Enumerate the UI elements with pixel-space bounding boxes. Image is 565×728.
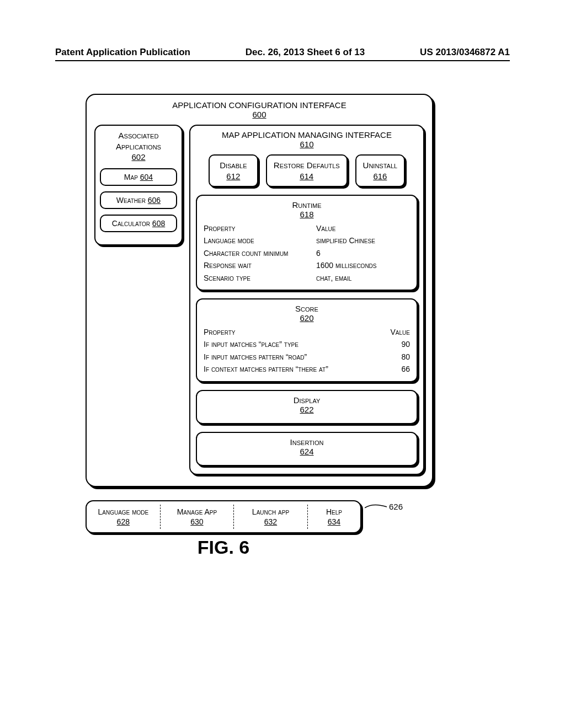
input-item-launch-app[interactable]: Launch app 632 xyxy=(234,501,307,532)
button-label: Restore Defautls xyxy=(274,160,340,170)
sidebar-item-label: Calculator xyxy=(112,219,150,228)
score-ref: 620 xyxy=(300,313,313,323)
sidebar-item-ref: 604 xyxy=(140,173,153,181)
input-item-label: Language mode xyxy=(98,507,148,516)
display-title: Display 622 xyxy=(204,395,410,414)
button-ref: 614 xyxy=(300,172,313,181)
score-val: 66 xyxy=(382,363,410,375)
app-config-interface: APPLICATION CONFIGURATION INTERFACE 600 … xyxy=(86,94,433,487)
runtime-header-prop: Property xyxy=(204,222,316,234)
runtime-prop: Character count minimum xyxy=(204,247,316,259)
header-left: Patent Application Publication xyxy=(55,47,190,58)
header-right: US 2013/0346872 A1 xyxy=(420,47,510,58)
score-header-prop: Property xyxy=(204,326,382,338)
disable-button[interactable]: Disable 612 xyxy=(209,154,258,187)
score-val: 90 xyxy=(382,338,410,350)
insertion-ref: 624 xyxy=(300,447,313,456)
associated-apps-panel: Associated Applications 602 Map 604 Weat… xyxy=(94,125,183,245)
managing-title: MAP APPLICATION MANAGING INTERFACE 610 xyxy=(196,130,418,149)
input-item-ref: 628 xyxy=(117,517,130,526)
uninstall-button[interactable]: Uninstall 616 xyxy=(355,154,406,187)
sidebar-item-map[interactable]: Map 604 xyxy=(100,168,177,186)
insertion-title: Insertion 624 xyxy=(204,437,410,456)
callout-leader: 626 xyxy=(365,502,403,513)
button-ref: 612 xyxy=(226,172,240,181)
figure-label: FIG. 6 xyxy=(86,537,361,558)
input-item-ref: 630 xyxy=(190,517,203,526)
input-item-ref: 632 xyxy=(264,517,277,526)
input-item-label: Launch app xyxy=(252,507,289,516)
input-item-language-mode[interactable]: Language mode 628 xyxy=(87,501,160,532)
runtime-row: Scenario type chat, email xyxy=(204,272,410,284)
figure-area: APPLICATION CONFIGURATION INTERFACE 600 … xyxy=(86,94,433,558)
score-row: If input matches pattern “road” 80 xyxy=(204,351,410,363)
sidebar-item-calculator[interactable]: Calculator 608 xyxy=(100,215,177,232)
outer-title: APPLICATION CONFIGURATION INTERFACE 600 xyxy=(94,100,424,119)
score-title: Score 620 xyxy=(204,304,410,323)
score-header-row: Property Value xyxy=(204,326,410,338)
input-item-label: Help xyxy=(326,507,342,516)
score-panel: Score 620 Property Value If input matche… xyxy=(196,298,418,382)
display-ref: 622 xyxy=(300,405,313,414)
sidebar-title-text: Associated Applications xyxy=(116,131,161,151)
score-title-text: Score xyxy=(295,304,318,313)
runtime-val: 6 xyxy=(316,247,410,259)
sidebar-ref: 602 xyxy=(131,152,145,162)
runtime-title-text: Runtime xyxy=(292,200,322,210)
page-header: Patent Application Publication Dec. 26, … xyxy=(55,47,510,61)
sidebar-title: Associated Applications 602 xyxy=(100,130,177,163)
input-item-label: Manage App xyxy=(177,507,217,516)
map-managing-interface: MAP APPLICATION MANAGING INTERFACE 610 D… xyxy=(189,125,424,475)
runtime-title: Runtime 618 xyxy=(204,200,410,219)
action-buttons-row: Disable 612 Restore Defautls 614 Uninsta… xyxy=(196,154,418,187)
runtime-prop: Language mode xyxy=(204,234,316,247)
managing-title-text: MAP APPLICATION MANAGING INTERFACE xyxy=(222,130,392,140)
runtime-val: simplified Chinese xyxy=(316,234,410,247)
insertion-panel: Insertion 624 xyxy=(196,432,418,466)
score-prop: If input matches “place” type xyxy=(204,338,382,350)
runtime-header-row: Property Value xyxy=(204,222,410,234)
button-ref: 616 xyxy=(373,172,387,181)
runtime-header-val: Value xyxy=(316,222,410,234)
managing-ref: 610 xyxy=(300,140,313,149)
input-panel-ref: 626 xyxy=(389,502,403,511)
runtime-row: Response wait 1600 milliseconds xyxy=(204,259,410,271)
score-prop: If input matches pattern “road” xyxy=(204,351,382,363)
runtime-row: Character count minimum 6 xyxy=(204,247,410,259)
input-item-manage-app[interactable]: Manage App 630 xyxy=(161,501,234,532)
runtime-val: chat, email xyxy=(316,272,410,284)
runtime-row: Language mode simplified Chinese xyxy=(204,234,410,247)
outer-ref: 600 xyxy=(252,110,266,119)
score-prop: If context matches pattern “there at” xyxy=(204,363,382,375)
sidebar-item-ref: 608 xyxy=(152,219,165,228)
runtime-val: 1600 milliseconds xyxy=(316,259,410,271)
display-title-text: Display xyxy=(294,395,321,405)
display-panel: Display 622 xyxy=(196,390,418,424)
score-row: If context matches pattern “there at” 66 xyxy=(204,363,410,375)
runtime-ref: 618 xyxy=(300,210,313,219)
outer-title-text: APPLICATION CONFIGURATION INTERFACE xyxy=(172,100,346,110)
input-item-help[interactable]: Help 634 xyxy=(308,501,360,532)
restore-defaults-button[interactable]: Restore Defautls 614 xyxy=(266,154,348,187)
runtime-prop: Scenario type xyxy=(204,272,316,284)
score-row: If input matches “place” type 90 xyxy=(204,338,410,350)
score-header-val: Value xyxy=(382,326,410,338)
button-label: Uninstall xyxy=(363,160,398,170)
sidebar-item-label: Weather xyxy=(116,196,146,205)
runtime-prop: Response wait xyxy=(204,259,316,271)
sidebar-item-weather[interactable]: Weather 606 xyxy=(100,191,177,209)
input-panel: Language mode 628 Manage App 630 Launch … xyxy=(86,500,361,533)
score-val: 80 xyxy=(382,351,410,363)
input-item-ref: 634 xyxy=(328,517,340,526)
runtime-panel: Runtime 618 Property Value Language mode… xyxy=(196,195,418,291)
sidebar-item-label: Map xyxy=(124,173,138,181)
header-center: Dec. 26, 2013 Sheet 6 of 13 xyxy=(246,47,365,58)
button-label: Disable xyxy=(220,160,247,170)
insertion-title-text: Insertion xyxy=(290,437,324,447)
sidebar-item-ref: 606 xyxy=(148,196,161,205)
